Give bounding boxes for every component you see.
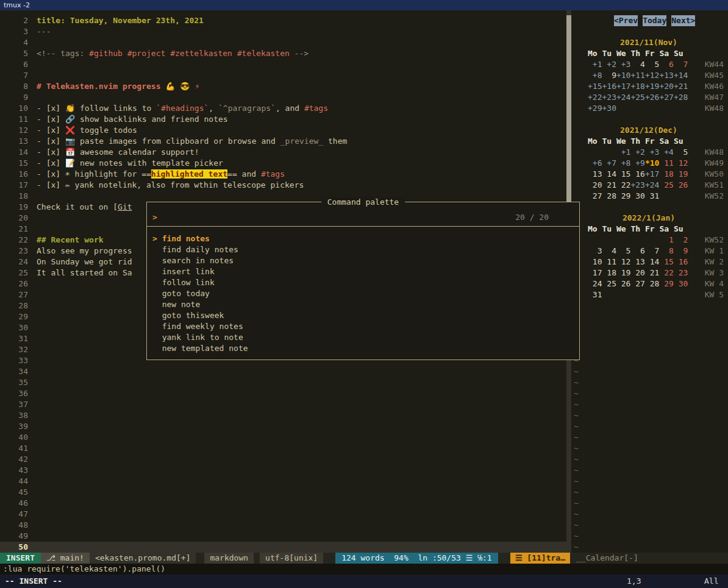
editor-line[interactable]: 7 xyxy=(0,70,566,81)
editor-line[interactable]: 11- [x] 🔗 show backlinks and friend note… xyxy=(0,114,566,125)
editor-line[interactable]: 46 xyxy=(0,498,566,509)
calendar-window[interactable]: <Prev Today Next> 2021/11(Nov)Mo Tu We T… xyxy=(571,10,728,553)
editor-line[interactable]: 43 xyxy=(0,465,566,476)
calendar-day[interactable]: 22 xyxy=(659,268,673,277)
calendar-day[interactable]: +23 xyxy=(630,180,644,190)
calendar-day[interactable]: 31 xyxy=(588,290,602,299)
editor-line[interactable]: 36 xyxy=(0,388,566,399)
calendar-day[interactable]: +16 xyxy=(602,82,616,91)
calendar-day[interactable]: 28 xyxy=(645,279,659,288)
calendar-day[interactable]: 15 xyxy=(659,257,673,266)
calendar-day[interactable]: 6 xyxy=(630,246,644,255)
palette-item[interactable]: find weekly notes xyxy=(147,321,579,332)
calendar-day[interactable]: +29 xyxy=(588,104,602,113)
editor-line[interactable]: 35 xyxy=(0,377,566,388)
calendar-day[interactable]: 25 xyxy=(602,279,616,288)
calendar-day[interactable]: 11 xyxy=(602,257,616,266)
palette-item[interactable]: yank link to note xyxy=(147,332,579,343)
editor-line[interactable]: 38 xyxy=(0,410,566,421)
calendar-day[interactable]: 20 xyxy=(630,268,644,277)
palette-item[interactable]: goto today xyxy=(147,288,579,299)
calendar-day[interactable]: +21 xyxy=(674,82,688,91)
calendar-day[interactable]: +17 xyxy=(616,82,630,91)
editor-line[interactable]: 2title: Tuesday, November 23th, 2021 xyxy=(0,15,566,26)
calendar-day[interactable]: +14 xyxy=(674,71,688,80)
calendar-day[interactable]: 14 xyxy=(645,257,659,266)
editor-line[interactable]: 9 xyxy=(0,92,566,103)
calendar-day[interactable]: 1 xyxy=(659,235,673,244)
calendar-day[interactable]: 19 xyxy=(674,169,688,179)
calendar-today-button[interactable]: Today xyxy=(643,15,666,26)
calendar-day[interactable]: +30 xyxy=(602,104,616,113)
calendar-day[interactable]: 10 xyxy=(588,257,602,266)
calendar-day[interactable]: +3 xyxy=(645,147,659,157)
palette-item[interactable]: insert link xyxy=(147,266,579,277)
calendar-day[interactable]: 8 xyxy=(659,246,673,255)
calendar-day[interactable]: 21 xyxy=(645,268,659,277)
calendar-day[interactable]: +17 xyxy=(645,169,659,179)
calendar-next-button[interactable]: Next> xyxy=(671,15,695,26)
editor-line[interactable]: 40 xyxy=(0,432,566,443)
calendar-day[interactable]: 13 xyxy=(588,169,602,179)
calendar-prev-button[interactable]: <Prev xyxy=(614,15,638,26)
calendar-day[interactable]: 19 xyxy=(616,268,630,277)
calendar-day[interactable]: +24 xyxy=(645,180,659,190)
calendar-day[interactable]: +9 xyxy=(630,158,644,168)
calendar-day[interactable]: +6 xyxy=(588,158,602,168)
calendar-day[interactable]: 5 xyxy=(645,60,659,69)
editor-line[interactable]: 10- [x] 👏 follow links to `#headings`, `… xyxy=(0,103,566,114)
palette-item[interactable]: follow link xyxy=(147,277,579,288)
calendar-day[interactable]: +25 xyxy=(630,93,644,102)
editor-line[interactable]: 3--- xyxy=(0,26,566,37)
calendar-day[interactable]: +2 xyxy=(630,147,644,157)
palette-item[interactable]: > find notes xyxy=(147,233,579,244)
calendar-day[interactable]: 26 xyxy=(674,180,688,190)
calendar-day[interactable]: *10 xyxy=(645,158,659,168)
editor-line[interactable]: 18 xyxy=(0,191,566,202)
calendar-day[interactable]: 12 xyxy=(674,158,688,168)
calendar-day[interactable]: +1 xyxy=(588,60,602,69)
calendar-day[interactable]: 31 xyxy=(645,191,659,200)
command-palette[interactable]: Command palette > 20 / 20 > find notes f… xyxy=(146,202,580,360)
editor-line[interactable]: 42 xyxy=(0,454,566,465)
calendar-day[interactable]: 27 xyxy=(630,279,644,288)
editor-line[interactable]: 5<!-- tags: #github #project #zettelkast… xyxy=(0,48,566,59)
palette-item[interactable]: new templated note xyxy=(147,343,579,354)
calendar-day[interactable]: +13 xyxy=(659,71,673,80)
editor-line[interactable]: 37 xyxy=(0,399,566,410)
calendar-day[interactable]: +10 xyxy=(616,71,630,80)
editor-line[interactable]: 41 xyxy=(0,443,566,454)
calendar-day[interactable]: 7 xyxy=(674,60,688,69)
editor-line[interactable]: 6 xyxy=(0,59,566,70)
calendar-day[interactable]: 15 xyxy=(616,169,630,179)
calendar-day[interactable]: 14 xyxy=(602,169,616,179)
calendar-day[interactable]: +8 xyxy=(616,158,630,168)
calendar-day[interactable]: 16 xyxy=(630,169,644,179)
calendar-day[interactable]: 2 xyxy=(674,235,688,244)
calendar-day[interactable]: 29 xyxy=(616,191,630,200)
calendar-day[interactable]: 18 xyxy=(602,268,616,277)
editor-line[interactable]: 49 xyxy=(0,531,566,542)
editor-line[interactable]: 15- [x] 📝 new notes with template picker xyxy=(0,158,566,169)
calendar-day[interactable]: +1 xyxy=(616,147,630,157)
calendar-day[interactable]: 9 xyxy=(602,71,616,80)
calendar-day[interactable]: 25 xyxy=(659,180,673,190)
editor-line[interactable]: 12- [x] ❌ toggle todos xyxy=(0,125,566,136)
calendar-day[interactable]: 12 xyxy=(616,257,630,266)
calendar-day[interactable]: +26 xyxy=(645,93,659,102)
calendar-day[interactable]: +20 xyxy=(659,82,673,91)
calendar-day[interactable]: +4 xyxy=(659,147,673,157)
editor-line[interactable]: 14- [x] 📅 awesome calendar support! xyxy=(0,147,566,158)
scrollbar-thumb[interactable] xyxy=(566,15,571,204)
calendar-day[interactable]: +7 xyxy=(602,158,616,168)
calendar-day[interactable]: +28 xyxy=(674,93,688,102)
calendar-day[interactable]: 26 xyxy=(616,279,630,288)
calendar-day[interactable]: +3 xyxy=(616,60,630,69)
calendar-day[interactable]: 11 xyxy=(659,158,673,168)
calendar-day[interactable]: +18 xyxy=(630,82,644,91)
calendar-day[interactable]: +23 xyxy=(602,93,616,102)
editor-line[interactable]: 48 xyxy=(0,520,566,531)
calendar-day[interactable]: 4 xyxy=(630,60,644,69)
calendar-day[interactable]: 4 xyxy=(602,246,616,255)
calendar-day[interactable]: 22 xyxy=(616,180,630,190)
